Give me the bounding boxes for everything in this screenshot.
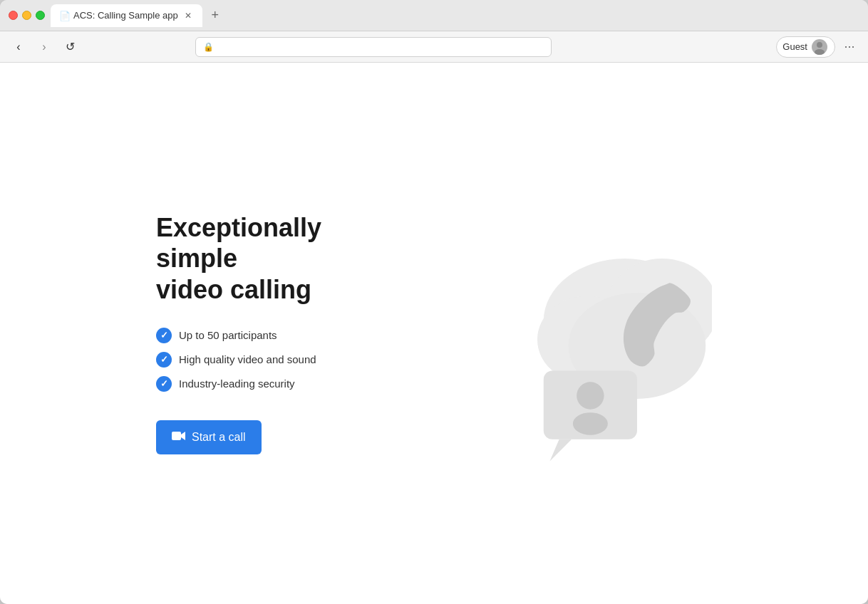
page-content: Exceptionally simple video calling Up to… [0,63,868,604]
features-list: Up to 50 participants High quality video… [156,328,405,392]
feature-text-1: Up to 50 participants [179,329,277,341]
back-button[interactable]: ‹ [9,37,29,57]
profile-button[interactable]: Guest [776,36,835,58]
heading-line2: video calling [156,275,311,304]
check-icon [156,376,172,392]
svg-marker-8 [550,439,572,462]
left-content: Exceptionally simple video calling Up to… [156,212,405,454]
traffic-lights [9,11,45,20]
forward-icon: › [42,41,46,53]
close-button[interactable] [9,11,18,20]
list-item: Up to 50 participants [156,328,405,343]
profile-avatar [812,39,827,55]
video-camera-icon [172,430,186,444]
check-icon [156,328,172,343]
tab-page-icon: 📄 [59,11,69,21]
svg-rect-2 [172,432,181,440]
svg-point-9 [577,382,604,410]
right-illustration [463,205,712,462]
forward-button[interactable]: › [34,37,54,57]
tab-title: ACS: Calling Sample app [73,10,178,21]
lock-icon: 🔒 [203,42,214,52]
svg-point-1 [815,49,825,55]
refresh-icon: ↺ [66,40,75,53]
calling-illustration [463,205,712,462]
profile-area: Guest ··· [776,36,859,58]
maximize-button[interactable] [36,11,45,20]
content-wrapper: Exceptionally simple video calling Up to… [113,205,755,462]
title-bar: 📄 ACS: Calling Sample app ✕ + [0,0,868,31]
tab-close-button[interactable]: ✕ [182,10,194,21]
active-tab[interactable]: 📄 ACS: Calling Sample app ✕ [51,4,202,27]
list-item: Industry-leading security [156,376,405,392]
feature-text-2: High quality video and sound [179,353,316,365]
avatar-icon [812,39,827,55]
main-heading: Exceptionally simple video calling [156,212,405,305]
minimize-button[interactable] [22,11,31,20]
refresh-button[interactable]: ↺ [60,37,80,57]
more-options-button[interactable]: ··· [839,37,859,57]
new-tab-button[interactable]: + [205,6,225,26]
list-item: High quality video and sound [156,352,405,368]
feature-text-3: Industry-leading security [179,378,295,390]
check-icon [156,352,172,368]
start-call-label: Start a call [192,431,246,444]
browser-window: 📄 ACS: Calling Sample app ✕ + ‹ › ↺ 🔒 Gu… [0,0,868,604]
address-bar[interactable]: 🔒 [195,37,552,57]
profile-label: Guest [782,41,807,52]
heading-line1: Exceptionally simple [156,213,321,273]
start-call-button[interactable]: Start a call [156,420,262,454]
back-icon: ‹ [16,41,20,53]
nav-bar: ‹ › ↺ 🔒 Guest ··· [0,31,868,63]
svg-point-10 [573,412,608,435]
svg-point-0 [817,42,822,48]
tab-bar: 📄 ACS: Calling Sample app ✕ + [51,4,859,27]
